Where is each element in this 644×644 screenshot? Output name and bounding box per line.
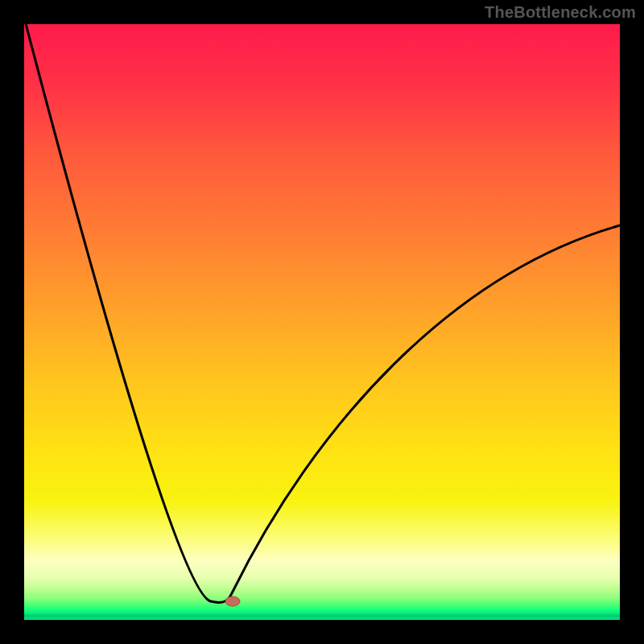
chart-svg: [0, 0, 644, 644]
plot-area: [24, 24, 620, 620]
watermark-text: TheBottleneck.com: [485, 3, 636, 22]
optimal-point-marker: [225, 597, 240, 606]
chart-frame: TheBottleneck.com: [0, 0, 644, 644]
